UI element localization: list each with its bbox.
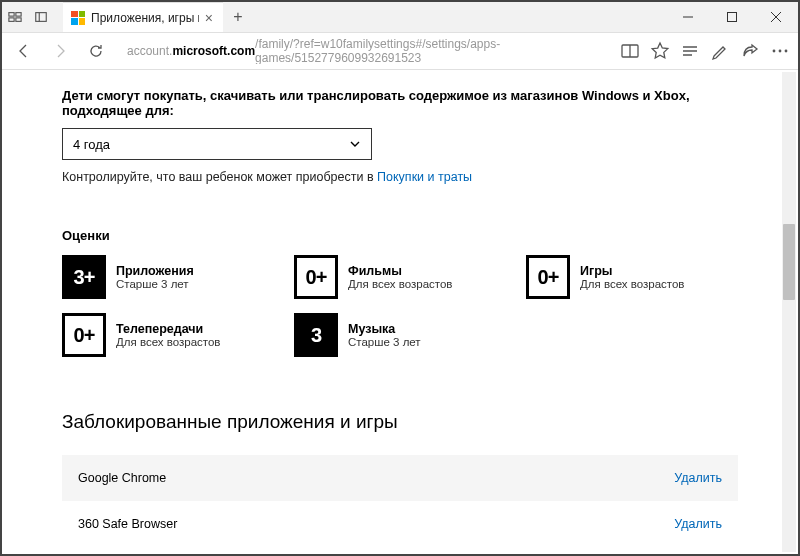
ratings-grid: 3+ПриложенияСтарше 3 лет0+ФильмыДля всех…: [62, 255, 738, 357]
refresh-button[interactable]: [82, 37, 110, 65]
microsoft-logo-icon: [71, 11, 85, 25]
delete-link[interactable]: Удалить: [674, 517, 722, 531]
svg-point-8: [779, 50, 782, 53]
scrollbar-track[interactable]: [782, 72, 796, 552]
window-close-button[interactable]: [754, 2, 798, 32]
rating-title: Игры: [580, 264, 684, 278]
scrollbar-thumb[interactable]: [783, 224, 795, 300]
rating-item: 3МузыкаСтарше 3 лет: [294, 313, 526, 357]
subline-prefix: Контролируйте, что ваш ребенок может при…: [62, 170, 377, 184]
rating-subtitle: Для всех возрастов: [580, 278, 684, 290]
rating-item: 3+ПриложенияСтарше 3 лет: [62, 255, 294, 299]
address-bar: account.microsoft.com/family/?ref=w10fam…: [2, 32, 798, 70]
purchases-link[interactable]: Покупки и траты: [377, 170, 472, 184]
hub-icon[interactable]: [680, 41, 700, 61]
set-aside-tabs-icon[interactable]: [28, 2, 54, 32]
reading-view-icon[interactable]: [620, 41, 640, 61]
svg-point-9: [785, 50, 788, 53]
rating-title: Телепередачи: [116, 322, 220, 336]
new-tab-button[interactable]: +: [223, 8, 253, 26]
svg-rect-3: [16, 18, 21, 22]
rating-item: 0+ФильмыДля всех возрастов: [294, 255, 526, 299]
share-icon[interactable]: [740, 41, 760, 61]
notes-icon[interactable]: [710, 41, 730, 61]
window-maximize-button[interactable]: [710, 2, 754, 32]
forward-button[interactable]: [46, 37, 74, 65]
ratings-heading: Оценки: [62, 228, 738, 243]
url-path: /family/?ref=w10familysettings#/settings…: [255, 37, 603, 65]
rating-title: Музыка: [348, 322, 421, 336]
more-icon[interactable]: [770, 41, 790, 61]
svg-rect-5: [728, 13, 737, 22]
rating-badge: 3: [294, 313, 338, 357]
chevron-down-icon: [349, 138, 361, 150]
tab-close-button[interactable]: ×: [205, 11, 213, 25]
blocked-app-name: Google Chrome: [78, 471, 166, 485]
rating-badge: 0+: [62, 313, 106, 357]
rating-subtitle: Старше 3 лет: [116, 278, 194, 290]
subline: Контролируйте, что ваш ребенок может при…: [62, 170, 738, 184]
window-minimize-button[interactable]: [666, 2, 710, 32]
rating-badge: 0+: [526, 255, 570, 299]
favorite-icon[interactable]: [650, 41, 670, 61]
svg-rect-1: [16, 13, 21, 17]
blocked-row: Google ChromeУдалить: [62, 455, 738, 501]
url-host: microsoft.com: [172, 44, 255, 58]
rating-subtitle: Старше 3 лет: [348, 336, 421, 348]
blocked-list: Google ChromeУдалить360 Safe BrowserУдал…: [62, 455, 738, 547]
browser-tab[interactable]: Приложения, игры и м ×: [63, 2, 223, 32]
svg-rect-2: [9, 18, 14, 22]
rating-title: Приложения: [116, 264, 194, 278]
rating-item: 0+ТелепередачиДля всех возрастов: [62, 313, 294, 357]
url-input[interactable]: account.microsoft.com/family/?ref=w10fam…: [118, 37, 612, 65]
blocked-row: 360 Safe BrowserУдалить: [62, 501, 738, 547]
url-prefix: account.: [127, 44, 172, 58]
svg-rect-0: [9, 13, 14, 17]
intro-text: Дети смогут покупать, скачивать или тран…: [62, 88, 738, 118]
titlebar: Приложения, игры и м × +: [2, 2, 798, 32]
blocked-heading: Заблокированные приложения и игры: [62, 411, 738, 433]
age-select-value: 4 года: [73, 137, 110, 152]
tab-title: Приложения, игры и м: [91, 11, 199, 25]
blocked-app-name: 360 Safe Browser: [78, 517, 177, 531]
rating-badge: 0+: [294, 255, 338, 299]
rating-subtitle: Для всех возрастов: [116, 336, 220, 348]
rating-title: Фильмы: [348, 264, 452, 278]
rating-subtitle: Для всех возрастов: [348, 278, 452, 290]
svg-point-7: [773, 50, 776, 53]
age-select[interactable]: 4 года: [62, 128, 372, 160]
delete-link[interactable]: Удалить: [674, 471, 722, 485]
svg-rect-4: [36, 13, 47, 22]
rating-badge: 3+: [62, 255, 106, 299]
back-button[interactable]: [10, 37, 38, 65]
tab-preview-icon[interactable]: [2, 2, 28, 32]
rating-item: 0+ИгрыДля всех возрастов: [526, 255, 738, 299]
